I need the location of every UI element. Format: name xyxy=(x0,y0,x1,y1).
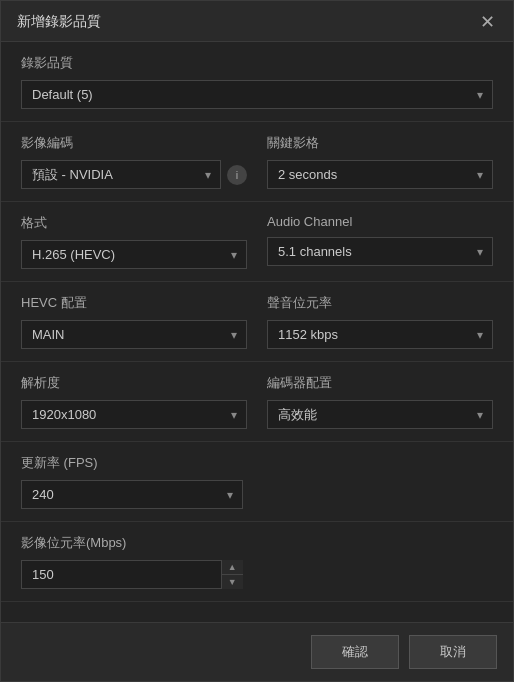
audio-channel-select-wrapper: 5.1 channels xyxy=(267,237,493,266)
hevc-config-label: HEVC 配置 xyxy=(21,294,247,312)
info-button[interactable]: i xyxy=(227,165,247,185)
format-select-wrapper: H.265 (HEVC) xyxy=(21,240,247,269)
quality-label: 錄影品質 xyxy=(21,54,493,72)
spinner-up-button[interactable]: ▲ xyxy=(222,560,243,575)
fps-select[interactable]: 240 xyxy=(21,480,243,509)
confirm-button[interactable]: 確認 xyxy=(311,635,399,669)
quality-select[interactable]: Default (5) xyxy=(21,80,493,109)
audio-channel-select[interactable]: 5.1 channels xyxy=(267,237,493,266)
video-codec-select-wrapper: 預設 - NVIDIA xyxy=(21,160,221,189)
audio-bitrate-select[interactable]: 1152 kbps xyxy=(267,320,493,349)
video-codec-select[interactable]: 預設 - NVIDIA xyxy=(21,160,221,189)
hevc-config-group: HEVC 配置 MAIN xyxy=(21,294,247,349)
close-button[interactable]: ✕ xyxy=(478,13,497,31)
audio-bitrate-label: 聲音位元率 xyxy=(267,294,493,312)
hevc-audiobitrate-row: HEVC 配置 MAIN 聲音位元率 1152 kbps xyxy=(1,282,513,362)
quality-section: 錄影品質 Default (5) xyxy=(1,42,513,122)
keyframe-select[interactable]: 2 seconds xyxy=(267,160,493,189)
encoder-config-label: 編碼器配置 xyxy=(267,374,493,392)
quality-select-wrapper: Default (5) xyxy=(21,80,493,109)
new-quality-dialog: 新增錄影品質 ✕ 錄影品質 Default (5) 影像編碼 預設 - NVID… xyxy=(0,0,514,682)
cancel-button[interactable]: 取消 xyxy=(409,635,497,669)
keyframe-label: 關鍵影格 xyxy=(267,134,493,152)
resolution-label: 解析度 xyxy=(21,374,247,392)
fps-label: 更新率 (FPS) xyxy=(21,454,493,472)
format-select[interactable]: H.265 (HEVC) xyxy=(21,240,247,269)
hevc-config-select-wrapper: MAIN xyxy=(21,320,247,349)
keyframe-group: 關鍵影格 2 seconds xyxy=(267,134,493,189)
video-bitrate-spinner-wrapper: ▲ ▼ xyxy=(21,560,243,589)
resolution-select[interactable]: 1920x1080 xyxy=(21,400,247,429)
format-group: 格式 H.265 (HEVC) xyxy=(21,214,247,269)
dialog-header: 新增錄影品質 ✕ xyxy=(1,1,513,42)
fps-section: 更新率 (FPS) 240 xyxy=(1,442,513,522)
video-codec-row: 預設 - NVIDIA i xyxy=(21,160,247,189)
encoder-config-select[interactable]: 高效能 xyxy=(267,400,493,429)
hevc-config-select[interactable]: MAIN xyxy=(21,320,247,349)
encoder-config-select-wrapper: 高效能 xyxy=(267,400,493,429)
video-bitrate-input[interactable] xyxy=(21,560,243,589)
dialog-title: 新增錄影品質 xyxy=(17,13,101,31)
audio-channel-label: Audio Channel xyxy=(267,214,493,229)
resolution-select-wrapper: 1920x1080 xyxy=(21,400,247,429)
resolution-group: 解析度 1920x1080 xyxy=(21,374,247,429)
video-codec-label: 影像編碼 xyxy=(21,134,247,152)
audio-bitrate-select-wrapper: 1152 kbps xyxy=(267,320,493,349)
dialog-footer: 確認 取消 xyxy=(1,622,513,681)
encoder-config-group: 編碼器配置 高效能 xyxy=(267,374,493,429)
audio-channel-group: Audio Channel 5.1 channels xyxy=(267,214,493,269)
fps-select-wrapper: 240 xyxy=(21,480,243,509)
keyframe-select-wrapper: 2 seconds xyxy=(267,160,493,189)
audio-bitrate-group: 聲音位元率 1152 kbps xyxy=(267,294,493,349)
format-label: 格式 xyxy=(21,214,247,232)
video-bitrate-section: 影像位元率(Mbps) ▲ ▼ xyxy=(1,522,513,602)
spinner-arrows: ▲ ▼ xyxy=(221,560,243,589)
video-bitrate-label: 影像位元率(Mbps) xyxy=(21,534,493,552)
format-audio-row: 格式 H.265 (HEVC) Audio Channel 5.1 channe… xyxy=(1,202,513,282)
resolution-encoder-row: 解析度 1920x1080 編碼器配置 高效能 xyxy=(1,362,513,442)
video-codec-group: 影像編碼 預設 - NVIDIA i xyxy=(21,134,247,189)
spinner-down-button[interactable]: ▼ xyxy=(222,575,243,589)
codec-keyframe-row: 影像編碼 預設 - NVIDIA i 關鍵影格 2 seconds xyxy=(1,122,513,202)
